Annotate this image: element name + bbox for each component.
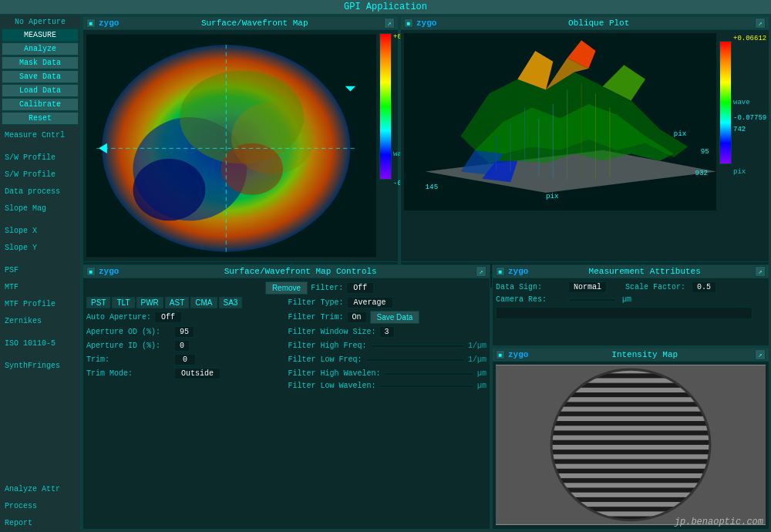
filter-window-label: Filter Window Size: bbox=[288, 328, 376, 336]
calibrate-button[interactable]: Calibrate bbox=[2, 98, 79, 111]
attrs-title: Measurement Attributes bbox=[534, 267, 755, 276]
slope-mag-label[interactable]: Slope Mag bbox=[2, 202, 79, 215]
slope-y-label[interactable]: Slope Y bbox=[2, 241, 79, 254]
ast-button[interactable]: AST bbox=[165, 297, 189, 308]
svg-text:932: 932 bbox=[695, 169, 708, 177]
camera-res-label: Camera Res: bbox=[496, 295, 565, 304]
filter-window-value: 3 bbox=[379, 326, 395, 338]
remove-button[interactable]: Remove bbox=[265, 281, 308, 295]
row5: Aperture ID (%): 0 Filter High Freq: 1/µ… bbox=[86, 340, 487, 352]
measurement-attrs-panel: ■ zygo Measurement Attributes ↗ Data Sig… bbox=[492, 264, 769, 346]
process-label[interactable]: Process bbox=[2, 500, 79, 513]
svg-rect-48 bbox=[551, 469, 710, 473]
controls-content: Remove Filter: Off PST TLT PWR AST bbox=[83, 278, 490, 528]
filter-low-wavel-label: Filter Low Wavelen: bbox=[288, 382, 376, 390]
svg-rect-45 bbox=[551, 440, 710, 445]
surface-colorbar: +0.06612 -0.07759 wave bbox=[379, 33, 395, 203]
filter-value: Off bbox=[346, 282, 374, 294]
svg-rect-41 bbox=[551, 402, 710, 406]
iso-label[interactable]: ISO 10110-5 bbox=[2, 337, 79, 350]
intensity-close[interactable]: ■ bbox=[496, 350, 505, 359]
controls-header: ■ zygo Surface/Wavefront Map Controls ↗ bbox=[83, 265, 490, 278]
watermark: jp.benaoptic.com bbox=[675, 517, 763, 527]
oblique-colorbar-gradient bbox=[719, 41, 732, 164]
controls-title: Surface/Wavefront Map Controls bbox=[125, 267, 476, 276]
save-data-button[interactable]: Save Data bbox=[2, 70, 79, 83]
svg-rect-46 bbox=[551, 450, 710, 454]
psf-label[interactable]: PSF bbox=[2, 264, 79, 277]
aperture-label: No Aperture bbox=[2, 16, 79, 28]
app-title: GPI Application bbox=[344, 2, 427, 12]
surface-map-expand[interactable]: ↗ bbox=[384, 18, 395, 29]
data-sign-label: Data Sign: bbox=[496, 283, 565, 291]
svg-text:pix: pix bbox=[546, 192, 559, 200]
load-data-button[interactable]: Load Data bbox=[2, 84, 79, 97]
right-bottom: ■ zygo Measurement Attributes ↗ Data Sig… bbox=[492, 264, 769, 530]
sw-profile1-label[interactable]: S/W Profile bbox=[2, 151, 79, 164]
zernikes-label[interactable]: Zernikes bbox=[2, 315, 79, 328]
filter-buttons-row: PST TLT PWR AST CMA SA3 Filter Type: Ave… bbox=[86, 297, 487, 308]
cma-button[interactable]: CMA bbox=[190, 297, 217, 308]
mask-data-button[interactable]: Mask Data bbox=[2, 56, 79, 69]
filter-low-freq-unit: 1/µm bbox=[468, 355, 487, 364]
intensity-logo: zygo bbox=[508, 350, 528, 359]
oblique-colorbar-max: +0.06612 bbox=[733, 35, 766, 42]
data-process-label[interactable]: Data process bbox=[2, 185, 79, 198]
wavefront-display bbox=[86, 33, 376, 258]
oblique-colorbar: +0.06612 wave -0.07759 742 pix bbox=[719, 33, 766, 258]
surface-map-logo: zygo bbox=[99, 19, 119, 28]
attrs-logo: zygo bbox=[508, 267, 528, 276]
controls-expand[interactable]: ↗ bbox=[476, 266, 487, 277]
svg-text:95: 95 bbox=[701, 147, 709, 156]
wavefront-svg bbox=[86, 33, 376, 258]
aperture-filter-row: Aperture OD (%): 95 Filter Window Size: … bbox=[86, 326, 487, 338]
filter-type-value: Average bbox=[347, 297, 393, 308]
save-data-ctrl-button[interactable]: Save Data bbox=[370, 311, 420, 324]
oblique-close[interactable]: ■ bbox=[404, 19, 413, 28]
sw-profile2-label[interactable]: S/W Profile bbox=[2, 168, 79, 181]
svg-point-6 bbox=[221, 143, 284, 195]
svg-rect-43 bbox=[551, 421, 710, 426]
reset-button[interactable]: Reset bbox=[2, 112, 79, 125]
filter-high-wavel-unit: µm bbox=[477, 369, 487, 378]
mtf-label[interactable]: MTF bbox=[2, 281, 79, 294]
sa3-button[interactable]: SA3 bbox=[219, 297, 243, 308]
svg-rect-42 bbox=[551, 412, 710, 416]
slope-x-label[interactable]: Slope X bbox=[2, 224, 79, 237]
attrs-header: ■ zygo Measurement Attributes ↗ bbox=[493, 265, 769, 278]
controls-close[interactable]: ■ bbox=[86, 267, 96, 276]
pwr-button[interactable]: PWR bbox=[136, 297, 163, 308]
attrs-close[interactable]: ■ bbox=[496, 267, 505, 276]
svg-rect-50 bbox=[551, 488, 710, 493]
oblique-content: 145 pix 932 95 pix +0.06612 wave -0.0775… bbox=[401, 30, 769, 261]
bottom-row: ■ zygo Surface/Wavefront Map Controls ↗ … bbox=[82, 264, 769, 530]
oblique-canvas: 145 pix 932 95 pix bbox=[404, 33, 716, 210]
svg-text:pix: pix bbox=[674, 130, 687, 138]
oblique-logo: zygo bbox=[416, 19, 436, 28]
surface-map-close[interactable]: ■ bbox=[86, 19, 96, 28]
measure-button[interactable]: MEASURE bbox=[2, 29, 79, 42]
camera-res-unit: µm bbox=[622, 295, 631, 304]
scale-factor-label: Scale Factor: bbox=[625, 283, 685, 291]
content-area: ■ zygo Surface/Wavefront Map ↗ bbox=[81, 15, 771, 531]
mtf-profile-label[interactable]: MTF Profile bbox=[2, 298, 79, 311]
trim-label: Trim: bbox=[86, 355, 171, 364]
attrs-expand[interactable]: ↗ bbox=[755, 266, 766, 277]
filter-high-wavel-label: Filter High Wavelen: bbox=[288, 369, 381, 378]
row6: Trim: 0 Filter Low Freq: 1/µm bbox=[86, 354, 487, 365]
synth-fringes-label[interactable]: SynthFringes bbox=[2, 359, 79, 372]
title-bar: GPI Application bbox=[0, 0, 771, 15]
svg-text:145: 145 bbox=[426, 183, 439, 191]
oblique-expand[interactable]: ↗ bbox=[755, 18, 766, 29]
colorbar-gradient bbox=[379, 33, 392, 180]
oblique-colorbar-unit: wave bbox=[733, 99, 750, 106]
pst-button[interactable]: PST bbox=[86, 297, 110, 308]
tlt-button[interactable]: TLT bbox=[112, 297, 134, 308]
camera-res-row: Camera Res: µm bbox=[496, 295, 766, 304]
report-label[interactable]: Report bbox=[2, 517, 79, 530]
oblique-plot-panel: ■ zygo Oblique Plot ↗ bbox=[400, 16, 769, 263]
intensity-expand[interactable]: ↗ bbox=[755, 349, 766, 360]
analyze-button[interactable]: Analyze bbox=[2, 42, 79, 56]
filter-btn-group: PST TLT PWR AST CMA SA3 bbox=[86, 297, 285, 308]
analyze-attr-label[interactable]: Analyze Attr bbox=[2, 483, 79, 496]
